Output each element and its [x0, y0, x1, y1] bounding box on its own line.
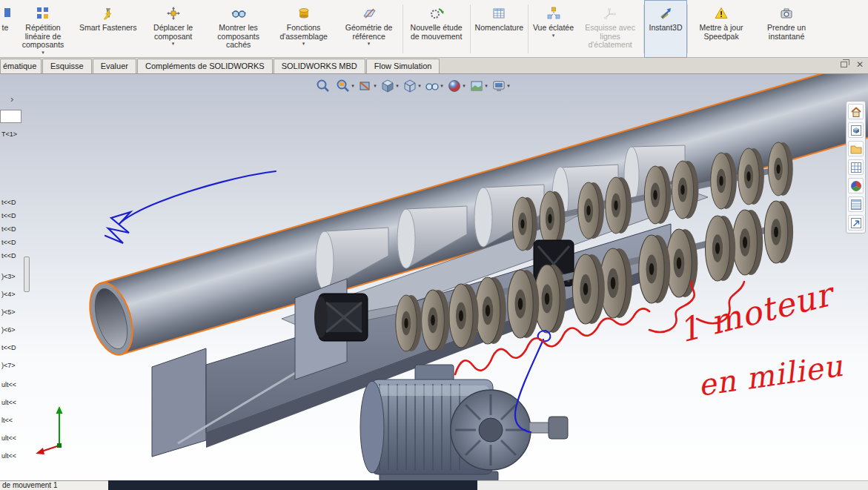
tree-item[interactable]: )<5>	[1, 308, 16, 316]
tree-item[interactable]: t<<D	[1, 212, 16, 219]
tree-item[interactable]: t<<D	[1, 225, 16, 233]
disc	[639, 235, 671, 303]
ribbon-label: Mettre à jour Speedpak	[692, 24, 750, 41]
tab-solidworks-mbd[interactable]: SOLIDWORKS MBD	[274, 59, 365, 73]
disc	[508, 270, 540, 338]
tree-item[interactable]: ult<<	[1, 399, 16, 406]
disc	[600, 248, 632, 318]
view-settings-button[interactable]: ▾	[491, 77, 511, 95]
tree-scrollbar-thumb[interactable]	[24, 256, 30, 292]
ribbon-button-clipped[interactable]: te	[0, 1, 10, 57]
ribbon-separator	[687, 4, 688, 53]
motion-study-timeline-strip[interactable]	[108, 480, 477, 490]
tree-collapsed-box[interactable]	[0, 110, 21, 123]
view-orientation-button[interactable]: ▾	[380, 77, 400, 95]
zoom-fit-button[interactable]	[313, 77, 333, 95]
disc	[672, 161, 698, 219]
tree-item[interactable]: lt<<	[1, 417, 13, 424]
ribbon-button-new-motion-study[interactable]: Nouvelle étude de mouvement	[404, 1, 469, 57]
disc	[475, 277, 506, 344]
tab-evaluer[interactable]: Evaluer	[93, 59, 136, 73]
dropdown-arrow-icon: ▾	[552, 33, 555, 39]
section-view-button[interactable]: ▾	[357, 77, 377, 95]
disc	[572, 254, 604, 324]
ribbon-button-show-hidden[interactable]: Montrer les composants cachés	[206, 1, 271, 57]
ribbon-button-linear-pattern[interactable]: Répétition linéaire de composants ▾	[10, 1, 76, 57]
view-palette-button[interactable]	[848, 159, 864, 175]
ribbon-button-move-component[interactable]: Déplacer le composant ▾	[141, 1, 206, 57]
tree-item[interactable]: ult<<	[1, 381, 16, 388]
ribbon-label: Nouvelle étude de mouvement	[408, 24, 466, 41]
ribbon-button-reference-geometry[interactable]: Géométrie de référence ▾	[337, 1, 402, 57]
hide-show-items-button[interactable]: ▾	[424, 77, 444, 95]
tree-item[interactable]: )<7>	[1, 362, 16, 369]
tree-item[interactable]: ult<<	[1, 434, 16, 442]
zoom-area-button[interactable]: ▾	[335, 77, 355, 95]
ribbon-separator	[643, 4, 644, 53]
disc	[422, 290, 450, 351]
graphics-viewport[interactable]: 1 moteur en milieu ▾ ▾	[0, 74, 868, 490]
close-window-icon[interactable]: ✕	[856, 60, 864, 69]
document-window-controls: ✕	[841, 60, 864, 69]
tree-item[interactable]: t<<D	[1, 252, 16, 259]
dropdown-arrow-icon: ▾	[351, 83, 354, 89]
orientation-triad-icon	[36, 406, 63, 454]
heads-up-view-toolbar: ▾ ▾ ▾ ▾ ▾ ▾ ▾	[313, 77, 511, 95]
3d-model-scene[interactable]: 1 moteur en milieu	[0, 74, 868, 490]
disc	[449, 284, 479, 348]
ribbon-button-exploded-view[interactable]: Vue éclatée ▾	[529, 1, 577, 57]
tree-item[interactable]: T<1>	[1, 130, 17, 138]
tree-item[interactable]: ult<<	[1, 452, 16, 460]
forum-callout-button[interactable]	[848, 215, 864, 231]
tree-item[interactable]: )<3>	[1, 273, 16, 280]
tree-item[interactable]: t<<D	[1, 239, 16, 246]
display-style-button[interactable]: ▾	[402, 77, 422, 95]
tab-flow-simulation[interactable]: Flow Simulation	[366, 59, 440, 73]
ribbon-button-assembly-features[interactable]: Fonctions d'assemblage ▾	[271, 1, 337, 57]
tree-item[interactable]: t<<D	[1, 199, 16, 206]
apply-scene-button[interactable]: ▾	[468, 77, 488, 95]
disc	[534, 265, 566, 333]
file-explorer-button[interactable]	[848, 141, 864, 156]
ribbon-separator	[528, 4, 529, 53]
ribbon-button-update-speedpak[interactable]: Mettre à jour Speedpak	[689, 1, 754, 57]
dropdown-arrow-icon: ▾	[507, 83, 510, 89]
dropdown-arrow-icon: ▾	[368, 41, 371, 47]
ribbon-button-instant3d[interactable]: Instant3D	[645, 1, 686, 57]
tab-ematique[interactable]: ématique	[0, 59, 42, 73]
disc	[606, 177, 632, 234]
edit-appearance-button[interactable]: ▾	[446, 77, 466, 95]
ribbon-button-smart-fasteners[interactable]: Smart Fasteners	[76, 1, 141, 57]
restore-window-icon[interactable]	[841, 62, 847, 67]
electric-motor[interactable]	[360, 365, 568, 490]
ribbon-button-take-snapshot[interactable]: Prendre un instantané	[754, 1, 819, 57]
task-pane-toolbar	[846, 101, 866, 234]
dropdown-arrow-icon: ▾	[42, 50, 44, 56]
disc	[666, 229, 698, 297]
ribbon-label: Montrer les composants cachés	[210, 24, 268, 50]
appearances-scenes-button[interactable]	[848, 178, 864, 193]
home-button[interactable]	[848, 104, 864, 119]
ribbon-label: Prendre un instantané	[758, 24, 815, 41]
linear-pattern-icon	[36, 4, 50, 22]
ribbon-label: Fonctions d'assemblage	[275, 24, 333, 41]
ribbon-separator	[470, 4, 471, 53]
tree-item[interactable]: t<<D	[1, 344, 16, 351]
dropdown-arrow-icon: ▾	[418, 83, 421, 89]
disc	[540, 191, 565, 246]
move-component-icon	[167, 4, 180, 22]
disc	[644, 166, 671, 224]
glasses-icon	[231, 4, 246, 22]
ribbon-button-bill-of-materials[interactable]: Nomenclature	[471, 1, 527, 57]
design-library-button[interactable]	[848, 122, 864, 138]
tree-expand-arrow-icon[interactable]: ›	[10, 93, 13, 105]
tab-complements-solidworks[interactable]: Compléments de SOLIDWORKS	[137, 59, 273, 73]
tree-item[interactable]: )<4>	[1, 291, 16, 298]
ribbon-separator	[402, 4, 403, 53]
ribbon-label: Instant3D	[649, 24, 683, 33]
tree-item[interactable]: )<6>	[1, 326, 16, 334]
dropdown-arrow-icon: ▾	[485, 83, 488, 89]
custom-properties-button[interactable]	[848, 196, 864, 212]
tab-esquisse[interactable]: Esquisse	[42, 59, 92, 73]
motion-study-tab[interactable]: de mouvement 1	[0, 480, 108, 490]
